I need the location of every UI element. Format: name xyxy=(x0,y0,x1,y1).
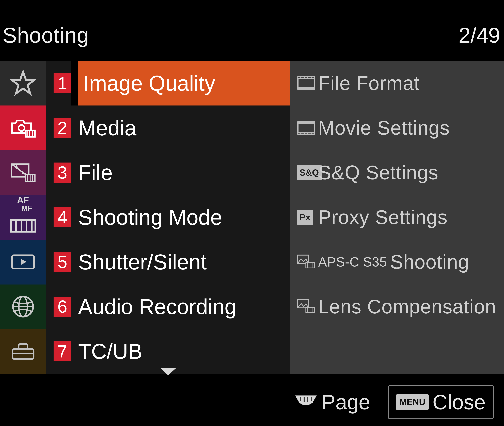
dial-icon xyxy=(295,390,317,414)
svg-rect-24 xyxy=(298,78,314,88)
scroll-down-icon[interactable] xyxy=(161,368,176,375)
option-apsc-shooting[interactable]: APS-C S35 Shooting xyxy=(290,240,504,284)
category-image-quality[interactable]: 1 Image Quality xyxy=(71,61,290,106)
capture-film-icon xyxy=(297,298,318,315)
page-dial-hint: Page xyxy=(295,390,370,414)
footer-bar: Page MENU Close xyxy=(0,384,504,420)
exposure-tab[interactable] xyxy=(0,150,46,195)
playback-icon xyxy=(10,249,36,276)
menu-badge-icon: MENU xyxy=(396,394,429,410)
exposure-film-icon xyxy=(10,159,36,186)
svg-rect-51 xyxy=(298,300,309,308)
category-tc-ub[interactable]: 7 TC/UB xyxy=(46,329,290,374)
option-label: Shooting xyxy=(390,251,469,273)
option-movie-settings[interactable]: Movie Settings xyxy=(290,106,504,150)
favorites-tab[interactable] xyxy=(0,61,46,106)
option-sq-settings[interactable]: S&Q S&Q Settings xyxy=(290,150,504,195)
category-number: 7 xyxy=(54,341,71,362)
page-counter: 2/49 xyxy=(459,23,500,48)
category-audio-recording[interactable]: 6 Audio Recording xyxy=(46,284,290,329)
category-number: 1 xyxy=(54,73,71,93)
capture-film-icon xyxy=(297,254,318,270)
header-bar: Shooting 2/49 xyxy=(0,21,504,49)
camera-film-icon xyxy=(10,114,36,141)
category-shooting-mode[interactable]: 4 Shooting Mode xyxy=(46,195,290,240)
globe-icon xyxy=(10,293,36,320)
option-file-format[interactable]: File Format xyxy=(290,61,504,106)
category-media[interactable]: 2 Media xyxy=(46,106,290,150)
category-label: Media xyxy=(78,116,137,140)
category-label: Shutter/Silent xyxy=(78,250,207,274)
shooting-tab[interactable] xyxy=(0,106,46,150)
close-button[interactable]: MENU Close xyxy=(388,385,494,419)
category-label: Audio Recording xyxy=(78,294,236,319)
star-icon xyxy=(10,70,36,97)
svg-rect-46 xyxy=(298,255,309,263)
option-lens-compensation[interactable]: Lens Compensation xyxy=(290,284,504,329)
setup-tab[interactable] xyxy=(0,329,46,374)
category-label: TC/UB xyxy=(78,339,142,364)
sidebar-tabs: AF MF xyxy=(0,61,46,374)
close-label: Close xyxy=(432,390,486,414)
category-number: 6 xyxy=(54,297,71,317)
toolbox-icon xyxy=(10,338,36,365)
option-proxy-settings[interactable]: Px Proxy Settings xyxy=(290,195,504,240)
category-list: 1 Image Quality 2 Media 3 File 4 Shootin… xyxy=(46,61,290,374)
option-prefix: APS-C S35 xyxy=(318,255,387,270)
option-label: File Format xyxy=(318,72,420,94)
focus-tab[interactable]: AF MF xyxy=(0,195,46,240)
menu-body: AF MF xyxy=(0,61,504,374)
menu-title: Shooting xyxy=(2,23,89,48)
category-number: 5 xyxy=(54,252,71,272)
option-label: S&Q Settings xyxy=(318,161,438,184)
option-label: Movie Settings xyxy=(318,117,450,139)
category-file[interactable]: 3 File xyxy=(46,150,290,195)
category-label: File xyxy=(78,160,113,185)
px-badge-icon: Px xyxy=(297,210,318,225)
film-icon xyxy=(297,75,318,91)
category-shutter-silent[interactable]: 5 Shutter/Silent xyxy=(46,240,290,284)
category-number: 2 xyxy=(54,118,71,138)
af-mf-film-icon: AF MF xyxy=(10,196,36,239)
playback-tab[interactable] xyxy=(0,240,46,284)
page-hint-label: Page xyxy=(322,390,370,414)
category-number: 3 xyxy=(54,163,71,183)
film-icon xyxy=(297,120,318,136)
svg-rect-35 xyxy=(298,123,314,133)
category-label: Image Quality xyxy=(83,71,215,96)
option-list: File Format Movie Settings S&Q S&Q Setti… xyxy=(290,61,504,374)
svg-point-0 xyxy=(18,125,25,131)
badge-text: Px xyxy=(297,210,313,225)
option-label: Lens Compensation xyxy=(318,295,496,318)
category-number: 4 xyxy=(54,207,71,227)
category-label: Shooting Mode xyxy=(78,205,222,230)
camera-menu-screen: Shooting 2/49 xyxy=(0,0,504,426)
option-label: Proxy Settings xyxy=(318,206,447,228)
network-tab[interactable] xyxy=(0,284,46,329)
badge-text: S&Q xyxy=(297,165,322,180)
af-label: AF xyxy=(10,196,36,205)
sq-badge-icon: S&Q xyxy=(297,165,318,180)
mf-label: MF xyxy=(10,205,36,212)
